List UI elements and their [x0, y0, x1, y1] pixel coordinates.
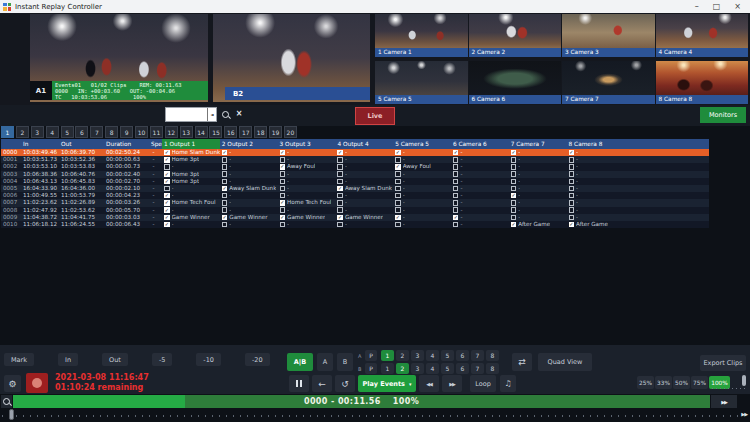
camera-checkbox[interactable]: ✓	[164, 193, 170, 199]
live-button[interactable]: Live	[355, 107, 395, 125]
camera-checkbox[interactable]	[453, 157, 459, 163]
camera-checkbox[interactable]: ✓	[222, 186, 228, 192]
camera-checkbox[interactable]	[222, 164, 228, 170]
trim-button-mark[interactable]: Mark	[4, 353, 34, 366]
camera-checkbox[interactable]	[164, 164, 170, 170]
camera-7-thumbnail[interactable]	[562, 61, 655, 95]
camera-checkbox[interactable]	[222, 200, 228, 206]
camera-checkbox[interactable]	[511, 157, 517, 163]
position-bar[interactable]: 0000 - 00:11.56 100%	[13, 395, 710, 408]
record-button[interactable]	[26, 373, 48, 393]
camera-cell-4[interactable]: 4 Camera 4	[656, 14, 749, 57]
event-row-0004[interactable]: 000410:06:43.1310:06:45.8300:00:02.70-✓H…	[1, 178, 709, 185]
monitor-b[interactable]: B2	[213, 14, 370, 102]
camera-checkbox[interactable]: ✓	[164, 222, 170, 228]
camera-checkbox[interactable]	[511, 200, 517, 206]
camera-checkbox[interactable]	[280, 193, 286, 199]
event-row-0003[interactable]: 000310:06:38.3610:06:40.7600:00:02.40-✓H…	[1, 171, 709, 178]
play-events-button[interactable]: Play Events ▾	[358, 375, 416, 392]
quad-view-button[interactable]: Quad View	[538, 353, 592, 371]
camera-checkbox[interactable]	[569, 207, 575, 213]
go-to-end-button[interactable]: ▶▶	[711, 395, 737, 408]
cam-b-7[interactable]: 7	[471, 363, 484, 374]
camera-cell-3[interactable]: 3 Camera 3	[562, 14, 655, 57]
program-a-button[interactable]: P	[365, 350, 377, 361]
camera-checkbox[interactable]	[337, 179, 343, 185]
camera-checkbox[interactable]	[569, 200, 575, 206]
maximize-icon[interactable]: □	[713, 0, 721, 13]
camera-checkbox[interactable]: ✓	[395, 150, 401, 156]
timeline-zoom-button[interactable]	[1, 395, 12, 408]
tab-13[interactable]: 13	[180, 126, 193, 138]
camera-checkbox[interactable]	[337, 164, 343, 170]
next-event-button[interactable]: ▶▶	[442, 375, 462, 392]
restart-button[interactable]: ↺	[335, 375, 355, 392]
tab-8[interactable]: 8	[105, 126, 118, 138]
ab-link-button[interactable]: A|B	[287, 353, 313, 371]
tab-6[interactable]: 6	[75, 126, 88, 138]
trim-button-out[interactable]: Out	[102, 353, 128, 366]
camera-checkbox[interactable]: ✓	[222, 150, 228, 156]
camera-checkbox[interactable]: ✓	[164, 200, 170, 206]
speed-50[interactable]: 50%	[673, 376, 690, 389]
camera-checkbox[interactable]	[395, 179, 401, 185]
trim-button-in[interactable]: In	[58, 353, 78, 366]
tab-19[interactable]: 19	[269, 126, 282, 138]
close-icon[interactable]: ×	[734, 0, 741, 13]
speed-slider-handle[interactable]	[742, 375, 746, 386]
camera-checkbox[interactable]: ✓	[395, 215, 401, 221]
camera-checkbox[interactable]	[280, 171, 286, 177]
export-clips-button[interactable]: Export Clips	[700, 355, 746, 371]
swap-button[interactable]: ⇄	[512, 353, 532, 371]
cam-a-6[interactable]: 6	[456, 350, 469, 361]
event-row-0009[interactable]: 000911:04:38.7211:04:41.7500:00:03.03-✓G…	[1, 214, 709, 221]
camera-checkbox[interactable]	[569, 179, 575, 185]
camera-checkbox[interactable]: ✓	[164, 171, 170, 177]
camera-checkbox[interactable]	[453, 179, 459, 185]
tab-2[interactable]: 2	[16, 126, 29, 138]
camera-checkbox[interactable]: ✓	[395, 164, 401, 170]
event-row-0007[interactable]: 000711:02:23.6211:02:26.8900:00:03.26-✓H…	[1, 199, 709, 206]
camera-checkbox[interactable]	[337, 200, 343, 206]
loop-button[interactable]: Loop	[470, 375, 496, 392]
camera-checkbox[interactable]	[395, 186, 401, 192]
speed-33[interactable]: 33%	[655, 376, 672, 389]
camera-checkbox[interactable]	[395, 200, 401, 206]
cam-b-4[interactable]: 4	[426, 363, 439, 374]
camera-cell-2[interactable]: 2 Camera 2	[469, 14, 562, 57]
camera-checkbox[interactable]	[280, 157, 286, 163]
search-input[interactable]	[166, 109, 207, 120]
clear-search-button[interactable]: ×	[233, 108, 245, 120]
camera-checkbox[interactable]: ✓	[164, 207, 170, 213]
camera-checkbox[interactable]	[222, 157, 228, 163]
event-row-0005[interactable]: 000516:04:33.9016:04:36.0000:00:02.10--✓…	[1, 185, 709, 192]
camera-cell-8[interactable]: 8 Camera 8	[656, 61, 749, 104]
camera-cell-1[interactable]: 1 Camera 1	[375, 14, 468, 57]
camera-checkbox[interactable]	[280, 179, 286, 185]
camera-checkbox[interactable]: ✓	[222, 215, 228, 221]
camera-checkbox[interactable]: ✓	[511, 150, 517, 156]
camera-checkbox[interactable]	[569, 193, 575, 199]
cam-b-5[interactable]: 5	[441, 363, 454, 374]
event-row-0001[interactable]: 000110:03:51.7310:03:52.3600:00:00.63-✓H…	[1, 156, 709, 163]
tab-7[interactable]: 7	[90, 126, 103, 138]
cam-a-5[interactable]: 5	[441, 350, 454, 361]
camera-checkbox[interactable]	[511, 186, 517, 192]
camera-checkbox[interactable]	[222, 207, 228, 213]
camera-3-thumbnail[interactable]	[562, 14, 655, 48]
tab-15[interactable]: 15	[209, 126, 222, 138]
camera-checkbox[interactable]	[395, 157, 401, 163]
camera-checkbox[interactable]	[511, 171, 517, 177]
camera-checkbox[interactable]	[511, 164, 517, 170]
camera-checkbox[interactable]: ✓	[569, 150, 575, 156]
cam-b-6[interactable]: 6	[456, 363, 469, 374]
camera-checkbox[interactable]: ✓	[164, 179, 170, 185]
camera-checkbox[interactable]: ✓	[280, 200, 286, 206]
tab-18[interactable]: 18	[254, 126, 267, 138]
camera-checkbox[interactable]	[222, 179, 228, 185]
minimize-icon[interactable]: –	[695, 0, 699, 13]
camera-checkbox[interactable]	[453, 207, 459, 213]
search-button[interactable]	[219, 108, 231, 120]
channel-a-button[interactable]: A	[317, 353, 333, 371]
camera-checkbox[interactable]: ✓	[280, 215, 286, 221]
